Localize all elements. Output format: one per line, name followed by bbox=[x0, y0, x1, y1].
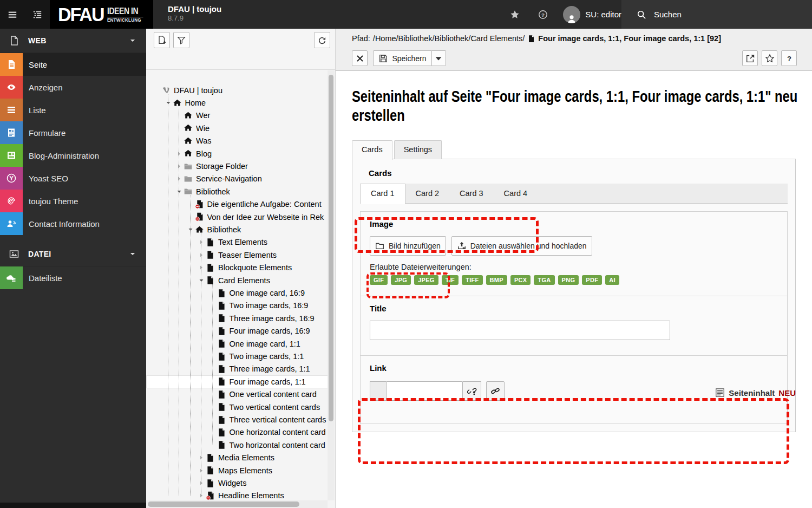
sidebar-item-blog-administration[interactable]: Blog-Administration bbox=[0, 144, 146, 167]
tree-item-service-navigation[interactable]: Service-Navigation bbox=[146, 173, 328, 185]
tree-item-three-vertical-content-cards[interactable]: Three vertical content cards bbox=[146, 413, 328, 426]
tree-item-label: Media Elements bbox=[218, 453, 274, 462]
scrollbar-thumb[interactable] bbox=[148, 502, 299, 507]
sidebar-item-seite[interactable]: Seite bbox=[0, 53, 146, 76]
tree-item-maps-elements[interactable]: Maps Elements bbox=[146, 464, 328, 477]
user-label: SU: editor bbox=[585, 10, 621, 19]
link-button[interactable] bbox=[486, 381, 505, 401]
upload-files-button[interactable]: Dateien auswählen und hochladen bbox=[451, 236, 592, 256]
menu-toggle-button[interactable] bbox=[4, 6, 21, 23]
expander-closed-icon[interactable] bbox=[198, 468, 205, 473]
page-title: Seiteninhalt auf Seite "Four image cards… bbox=[352, 87, 800, 125]
home-icon bbox=[194, 225, 205, 235]
sidebar-group-datei[interactable]: DATEI bbox=[0, 242, 146, 266]
sidebar-collapse-strip[interactable] bbox=[0, 503, 146, 508]
tree-item-wer[interactable]: Wer bbox=[146, 109, 328, 122]
tree-item-wie[interactable]: Wie bbox=[146, 122, 328, 134]
title-input[interactable] bbox=[370, 321, 670, 340]
add-image-button[interactable]: Bild hinzufügen bbox=[370, 236, 446, 256]
expander-open-icon[interactable] bbox=[187, 227, 194, 232]
sidebar-group-web[interactable]: WEB bbox=[0, 29, 146, 53]
tree-item-headline-elements[interactable]: Headline Elements bbox=[146, 490, 328, 500]
tree-item-card-elements[interactable]: Card Elements bbox=[146, 274, 328, 286]
tab-settings[interactable]: Settings bbox=[394, 140, 442, 160]
tree-item-one-vertical-content-card[interactable]: One vertical content card bbox=[146, 388, 328, 401]
expander-closed-icon[interactable] bbox=[175, 164, 183, 169]
link-browser-button[interactable] bbox=[463, 381, 481, 401]
tree-item-four-image-cards-16-9[interactable]: Four image cards, 16:9 bbox=[146, 325, 328, 337]
dfau-logo[interactable]: DFAU IDEEN IN ENTWICKLUNG bbox=[50, 0, 153, 29]
tree-item-three-image-cards-1-1[interactable]: Three image cards, 1:1 bbox=[146, 363, 328, 375]
expander-closed-icon[interactable] bbox=[198, 480, 205, 486]
user-menu[interactable]: SU: editor bbox=[563, 6, 621, 23]
card-tab-card-1[interactable]: Card 1 bbox=[360, 184, 405, 204]
scrollbar-thumb[interactable] bbox=[329, 75, 333, 421]
tree-item-three-image-cards-16-9[interactable]: Three image cards, 16:9 bbox=[146, 312, 328, 324]
tree-item-one-horizontal-content-card[interactable]: One horizontal content card bbox=[146, 426, 328, 439]
link-input[interactable] bbox=[386, 381, 463, 401]
global-search[interactable]: Suchen bbox=[621, 0, 812, 29]
expander-closed-icon[interactable] bbox=[175, 176, 183, 181]
expander-closed-icon[interactable] bbox=[198, 455, 205, 460]
expander-open-icon[interactable] bbox=[198, 278, 205, 283]
sidebar-item-dateiliste[interactable]: Dateiliste bbox=[0, 266, 146, 289]
sidebar-item-yoast-seo[interactable]: Y Yoast SEO bbox=[0, 167, 146, 190]
expander-open-icon[interactable] bbox=[165, 100, 172, 106]
tree-item-home[interactable]: Home bbox=[146, 96, 328, 109]
tree-item-one-image-card-1-1[interactable]: One image card, 1:1 bbox=[146, 337, 328, 350]
card-tab-card-4[interactable]: Card 4 bbox=[494, 184, 538, 205]
expander-closed-icon[interactable] bbox=[198, 265, 205, 270]
filter-button[interactable] bbox=[173, 32, 189, 48]
sidebar-item-contact-information[interactable]: Contact Information bbox=[0, 212, 146, 235]
tree-item-was[interactable]: Was bbox=[146, 135, 328, 147]
tree-item-one-image-card-16-9[interactable]: One image card, 16:9 bbox=[146, 286, 328, 299]
tree-item-two-vertical-content-cards[interactable]: Two vertical content cards bbox=[146, 401, 328, 413]
save-dropdown-button[interactable] bbox=[432, 50, 446, 66]
expander-closed-icon[interactable] bbox=[198, 239, 205, 245]
tree-item-media-elements[interactable]: Media Elements bbox=[146, 452, 328, 464]
tree-item-text-elements[interactable]: Text Elements bbox=[146, 236, 328, 249]
mod-blog-icon bbox=[0, 144, 23, 167]
tree-item-bibliothek[interactable]: Bibliothek bbox=[146, 185, 328, 198]
tree-horizontal-scrollbar[interactable] bbox=[146, 500, 328, 508]
card-tab-card-2[interactable]: Card 2 bbox=[405, 184, 450, 205]
tree-item-two-horizontal-content-card[interactable]: Two horizontal content card bbox=[146, 439, 328, 451]
tab-cards[interactable]: Cards bbox=[352, 140, 392, 160]
sidebar-item-toujou-theme[interactable]: toujou Theme bbox=[0, 190, 146, 212]
new-page-button[interactable] bbox=[154, 32, 170, 48]
help-button[interactable]: ? bbox=[535, 6, 551, 23]
bookmark-record-button[interactable] bbox=[762, 50, 777, 66]
tree-vertical-scrollbar[interactable] bbox=[328, 70, 335, 500]
tree-item-storage-folder[interactable]: Storage Folder bbox=[146, 160, 328, 172]
tree-item-bibliothek[interactable]: Bibliothek bbox=[146, 223, 328, 236]
expander-closed-icon[interactable] bbox=[175, 151, 183, 157]
tree-item-blog[interactable]: Blog bbox=[146, 147, 328, 160]
save-button[interactable]: Speichern bbox=[373, 50, 431, 66]
refresh-tree-button[interactable] bbox=[314, 32, 330, 48]
tree-item-widgets[interactable]: Widgets bbox=[146, 477, 328, 489]
close-button[interactable] bbox=[352, 50, 368, 66]
tree-item-two-image-cards-16-9[interactable]: Two image cards, 16:9 bbox=[146, 299, 328, 312]
card-tab-card-3[interactable]: Card 3 bbox=[449, 184, 494, 205]
tree-item-four-image-cards-1-1[interactable]: Four image cards, 1:1 bbox=[146, 375, 328, 388]
tree-item-dfau-toujou[interactable]: DFAU | toujou bbox=[146, 84, 328, 96]
tree-item-von-der-idee-zur-webseite-in-rek[interactable]: Von der Idee zur Webseite in Rek bbox=[146, 211, 328, 223]
page-icon bbox=[217, 327, 227, 336]
sidebar-item-liste[interactable]: Liste bbox=[0, 99, 146, 121]
home-icon bbox=[172, 99, 182, 108]
tree-item-die-eigentliche-aufgabe-content[interactable]: Die eigentliche Aufgabe: Content bbox=[146, 198, 328, 211]
navigation-toggle-button[interactable] bbox=[29, 6, 45, 23]
docheader-help-button[interactable]: ? bbox=[781, 50, 797, 66]
tree-item-label: Three image cards, 1:1 bbox=[230, 364, 310, 373]
sidebar-item-formulare[interactable]: Formulare bbox=[0, 121, 146, 144]
expander-closed-icon[interactable] bbox=[198, 493, 205, 498]
tree-item-blockquote-elements[interactable]: Blockquote Elements bbox=[146, 262, 328, 274]
tree-item-teaser-elements[interactable]: Teaser Elements bbox=[146, 249, 328, 261]
doc-header: Pfad: /Home/Bibliothek/Bibliothek/Card E… bbox=[336, 29, 812, 71]
sidebar-item-anzeigen[interactable]: Anzeigen bbox=[0, 76, 146, 99]
expander-closed-icon[interactable] bbox=[198, 252, 205, 258]
bookmarks-button[interactable] bbox=[507, 6, 523, 23]
open-in-new-window-button[interactable] bbox=[742, 50, 758, 66]
tree-item-two-image-cards-1-1[interactable]: Two image cards, 1:1 bbox=[146, 350, 328, 362]
expander-open-icon[interactable] bbox=[175, 189, 183, 194]
